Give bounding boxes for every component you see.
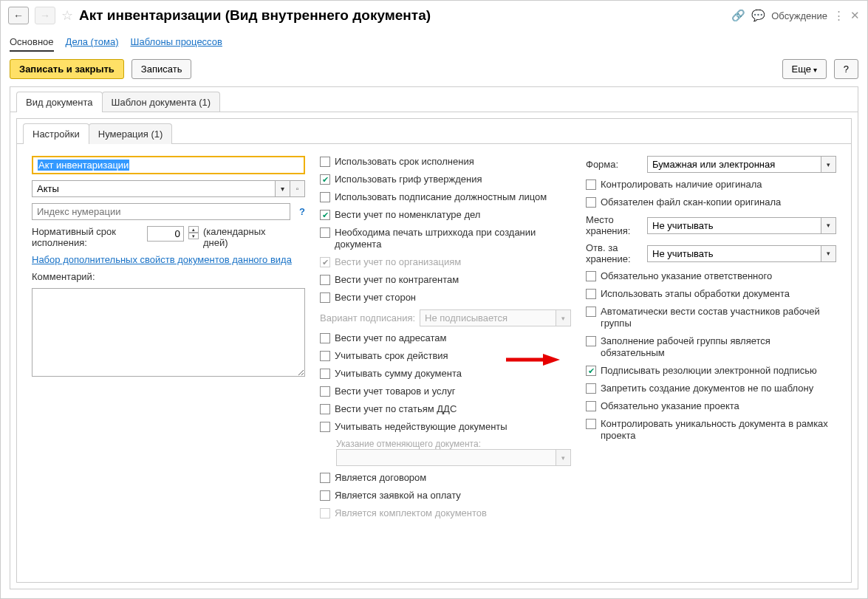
store-label: Место хранения:: [586, 214, 641, 236]
chk-by-contragent[interactable]: [320, 275, 330, 285]
store-dd[interactable]: ▾: [821, 217, 836, 234]
chk-by-addressee[interactable]: [320, 333, 330, 343]
page-title: Акт инвентаризации (Вид внутреннего доку…: [79, 7, 725, 24]
lbl-forbid-no-template: Запретить создание документов не по шабл…: [601, 383, 813, 394]
favorite-star-icon[interactable]: ☆: [61, 7, 73, 24]
chk-dds[interactable]: [320, 404, 330, 414]
num-index-help[interactable]: ?: [299, 206, 305, 217]
lbl-by-addressee: Вести учет по адресатам: [335, 332, 446, 344]
group-open[interactable]: ▫: [290, 180, 305, 197]
discuss-icon[interactable]: 💬: [751, 9, 765, 22]
link-icon[interactable]: 🔗: [731, 9, 745, 22]
lbl-sign-resolutions: Подписывать резолюции электронной подпис…: [601, 365, 817, 377]
chk-barcode[interactable]: [320, 227, 330, 238]
forward-button[interactable]: →: [35, 7, 55, 24]
lbl-processing-stages: Использовать этапы обработки документа: [601, 288, 790, 300]
resp-label: Отв. за хранение:: [586, 242, 641, 264]
save-button[interactable]: Записать: [131, 59, 192, 79]
lbl-parties: Вести учет сторон: [335, 292, 416, 304]
chk-use-signing[interactable]: [320, 192, 330, 202]
chk-forbid-no-template[interactable]: [586, 383, 596, 394]
lbl-workgroup-required: Заполнение рабочей группы является обяза…: [601, 335, 836, 359]
tab-doc-template[interactable]: Шаблон документа (1): [102, 92, 221, 112]
lbl-is-contract: Является договором: [335, 472, 426, 484]
chk-nomenclature[interactable]: [320, 210, 330, 220]
form-select[interactable]: [647, 156, 821, 173]
lbl-project-required: Обязательно указание проекта: [601, 400, 739, 412]
save-close-button[interactable]: Записать и закрыть: [10, 59, 124, 79]
lbl-use-deadline: Использовать срок исполнения: [335, 156, 474, 168]
lbl-control-original: Контролировать наличие оригинала: [601, 179, 762, 191]
norm-value[interactable]: [147, 226, 184, 242]
chk-sign-resolutions[interactable]: [586, 366, 596, 376]
lbl-barcode: Необходима печать штрихкода при создании…: [335, 227, 571, 250]
chk-workgroup-required[interactable]: [586, 336, 596, 346]
form-dd[interactable]: ▾: [821, 156, 836, 173]
chk-sum[interactable]: [320, 369, 330, 379]
lbl-goods: Вести учет товаров и услуг: [335, 386, 455, 397]
lbl-auto-workgroup: Автоматически вести состав участников ра…: [601, 306, 836, 329]
chk-is-set: [320, 508, 330, 518]
resp-select[interactable]: [647, 245, 821, 262]
chk-goods[interactable]: [320, 386, 330, 397]
form-label: Форма:: [586, 159, 641, 170]
lbl-use-signing: Использовать подписание должностным лицо…: [335, 191, 547, 203]
lbl-sum: Учитывать сумму документа: [335, 368, 462, 380]
close-icon[interactable]: ✕: [850, 9, 860, 22]
chk-processing-stages[interactable]: [586, 289, 596, 299]
chk-is-contract[interactable]: [320, 473, 330, 483]
chk-by-org: [320, 257, 330, 267]
chk-use-deadline[interactable]: [320, 157, 330, 167]
lbl-dds: Вести учет по статьям ДДС: [335, 403, 457, 415]
navtab-main[interactable]: Основное: [10, 33, 54, 52]
cancel-doc-dd: ▾: [556, 449, 571, 466]
name-field[interactable]: Акт инвентаризации: [38, 160, 129, 171]
discuss-link[interactable]: Обсуждение: [771, 10, 827, 21]
norm-up[interactable]: ▴: [188, 226, 199, 233]
norm-down[interactable]: ▾: [188, 233, 199, 239]
chk-use-approval[interactable]: [320, 174, 330, 185]
chk-unique-in-project[interactable]: [586, 419, 596, 429]
lbl-nomenclature: Вести учет по номенклатуре дел: [335, 209, 480, 221]
norm-label: Нормативный срок исполнения:: [32, 226, 143, 248]
chk-project-required[interactable]: [586, 401, 596, 411]
lbl-by-contragent: Вести учет по контрагентам: [335, 274, 459, 286]
tab-doc-kind[interactable]: Вид документа: [16, 92, 103, 112]
addprops-link[interactable]: Набор дополнительных свойств документов …: [32, 254, 305, 265]
chk-invalid-docs[interactable]: [320, 422, 330, 432]
num-index-field[interactable]: [32, 203, 290, 220]
sign-variant-label: Вариант подписания:: [320, 312, 415, 324]
cancel-doc-label: Указание отменяющего документа:: [336, 439, 571, 449]
comment-label: Комментарий:: [32, 271, 305, 282]
group-dropdown[interactable]: ▾: [276, 180, 290, 197]
lbl-invalid-docs: Учитывать недействующие документы: [335, 421, 508, 433]
norm-unit: (календарных дней): [203, 226, 270, 248]
chk-is-payment[interactable]: [320, 490, 330, 501]
help-button[interactable]: ?: [834, 59, 858, 79]
navtab-cases[interactable]: Дела (тома): [66, 33, 119, 52]
chk-parties[interactable]: [320, 292, 330, 303]
chk-control-original[interactable]: [586, 179, 596, 190]
sign-variant-dd: ▾: [556, 309, 571, 326]
chk-validity[interactable]: [320, 351, 330, 361]
name-field-wrapper: Акт инвентаризации: [32, 156, 305, 174]
lbl-validity: Учитывать срок действия: [335, 350, 448, 362]
chk-scan-required[interactable]: [586, 197, 596, 208]
group-field[interactable]: [32, 180, 276, 197]
tab-settings[interactable]: Настройки: [23, 123, 89, 144]
tab-numbering[interactable]: Нумерация (1): [89, 123, 173, 144]
lbl-is-set: Является комплектом документов: [335, 507, 487, 519]
lbl-scan-required: Обязателен файл скан-копии оригинала: [601, 196, 781, 208]
more-button[interactable]: Еще: [782, 59, 827, 79]
sign-variant-select: [420, 309, 556, 326]
store-select[interactable]: [647, 217, 821, 234]
navtab-templates[interactable]: Шаблоны процессов: [130, 33, 222, 52]
resp-dd[interactable]: ▾: [821, 245, 836, 262]
chk-auto-workgroup[interactable]: [586, 307, 596, 317]
chk-resp-required[interactable]: [586, 271, 596, 281]
lbl-is-payment: Является заявкой на оплату: [335, 490, 461, 502]
back-button[interactable]: ←: [8, 7, 29, 24]
comment-field[interactable]: [32, 288, 305, 377]
lbl-use-approval: Использовать гриф утверждения: [335, 174, 482, 185]
kebab-icon[interactable]: ⋮: [833, 9, 844, 22]
